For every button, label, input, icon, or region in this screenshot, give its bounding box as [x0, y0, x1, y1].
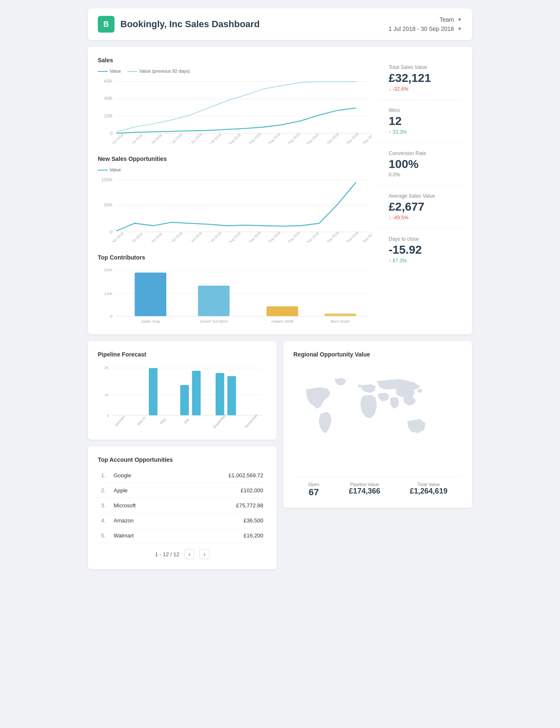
legend-value: Value: [109, 69, 121, 74]
svg-text:0: 0: [110, 131, 112, 136]
svg-text:May: May: [159, 417, 167, 425]
new-sales-svg: 100K 50K 0 5 Jun 2018 2 Jul 2018 9 Jul 2…: [98, 176, 372, 242]
svg-text:10K: 10K: [104, 291, 112, 296]
days-close-kpi: Days to close -15.92 ↑ 87.3%: [379, 229, 462, 271]
team-dropdown-arrow: ▼: [457, 17, 462, 23]
date-dropdown[interactable]: 1 Jul 2018 - 30 Sep 2018 ▼: [389, 25, 462, 32]
top-accounts-title: Top Account Opportunities: [98, 456, 267, 463]
svg-rect-48: [135, 272, 166, 316]
wins-value: 12: [389, 115, 452, 128]
next-page-button[interactable]: ›: [199, 549, 209, 559]
svg-text:23 Jul 2018: 23 Jul 2018: [186, 132, 203, 144]
rank-cell: 5.: [98, 528, 110, 543]
svg-text:16 Jul 2018: 16 Jul 2018: [167, 231, 183, 242]
conversion-change: 0.0%: [389, 172, 452, 178]
svg-text:17 Sep 2018: 17 Sep 2018: [341, 231, 359, 242]
svg-text:20 Aug 2018: 20 Aug 2018: [264, 231, 282, 242]
table-row: 5. Walmart £16,200: [98, 528, 267, 543]
rank-cell: 2.: [98, 483, 110, 498]
kpi-column: Total Sales Value £32,121 ↓ -32.6% Wins …: [379, 57, 462, 324]
table-row: 2. Apple £102,000: [98, 483, 267, 498]
value-cell: £102,000: [174, 483, 267, 498]
header-right: Team ▼ 1 Jul 2018 - 30 Sep 2018 ▼: [389, 16, 462, 32]
svg-text:60K: 60K: [104, 79, 113, 83]
prev-page-button[interactable]: ‹: [184, 549, 194, 559]
svg-rect-65: [216, 373, 224, 415]
wins-kpi: Wins 12 ↑ 33.3%: [379, 100, 462, 143]
table-row: 1. Google £1,002,569.72: [98, 468, 267, 483]
svg-text:100K: 100K: [102, 177, 113, 182]
svg-text:16 Jul 2018: 16 Jul 2018: [167, 132, 183, 144]
top-contributors-chart: 20K 10K 0: [98, 266, 372, 324]
svg-text:0: 0: [110, 230, 112, 234]
new-sales-legend-value: Value: [109, 167, 121, 172]
svg-text:10 Sep 2018: 10 Sep 2018: [322, 231, 340, 242]
name-cell: Amazon: [110, 513, 174, 528]
rank-cell: 4.: [98, 513, 110, 528]
charts-column: Sales Value Value (previous 92 days) 60K…: [98, 57, 372, 324]
svg-text:30 Jul 2018: 30 Jul 2018: [206, 132, 222, 144]
pipeline-stat: Pipeline Value £174,366: [349, 482, 380, 498]
avg-sales-label: Average Sales Value: [389, 193, 452, 199]
header-card: B Bookingly, Inc Sales Dashboard Team ▼ …: [88, 8, 472, 40]
page-title: Bookingly, Inc Sales Dashboard: [120, 19, 260, 30]
svg-text:9 Jul 2018: 9 Jul 2018: [148, 232, 163, 242]
svg-text:Adam Wilk: Adam Wilk: [271, 319, 294, 323]
value-cell: £75,772.88: [174, 498, 267, 513]
pipeline-chart: 2K 1K 0: [98, 363, 267, 430]
conversion-label: Conversion Rate: [389, 150, 452, 156]
regional-card: Regional Opportunity Value: [283, 341, 472, 508]
new-sales-title: New Sales Opportunities: [98, 155, 372, 162]
team-label: Team: [440, 16, 454, 23]
svg-text:6 Aug 2018: 6 Aug 2018: [225, 132, 242, 144]
svg-text:10 Sep 2018: 10 Sep 2018: [322, 132, 340, 144]
svg-text:17 Sep 2018: 17 Sep 2018: [341, 132, 359, 144]
name-cell: Apple: [110, 483, 174, 498]
svg-text:1K: 1K: [104, 393, 109, 397]
svg-text:Josef Szotten: Josef Szotten: [199, 319, 228, 323]
sales-legend: Value Value (previous 92 days): [98, 69, 372, 74]
svg-text:23 Jul 2018: 23 Jul 2018: [186, 231, 203, 242]
svg-text:2 Jul 2018: 2 Jul 2018: [128, 133, 143, 144]
pipeline-svg: 2K 1K 0: [98, 363, 267, 430]
top-accounts-card: Top Account Opportunities 1. Google £1,0…: [88, 446, 277, 569]
open-label: Open: [308, 482, 319, 487]
sales-chart-svg: 60K 40K 20K 0: [98, 77, 372, 144]
table-row: 3. Microsoft £75,772.88: [98, 498, 267, 513]
svg-text:2K: 2K: [104, 365, 109, 370]
svg-text:March: March: [136, 415, 146, 426]
svg-text:30 Jul 2018: 30 Jul 2018: [206, 231, 222, 242]
svg-rect-49: [198, 285, 230, 316]
contributors-svg: 20K 10K 0: [98, 266, 372, 324]
main-content-card: Sales Value Value (previous 92 days) 60K…: [88, 47, 472, 334]
pipeline-title: Pipeline Forecast: [98, 351, 267, 358]
svg-text:20 Aug 2018: 20 Aug 2018: [264, 132, 282, 144]
avg-sales-change: ↓ -49.5%: [389, 215, 452, 221]
svg-text:20K: 20K: [104, 114, 113, 118]
svg-text:9 Jul 2018: 9 Jul 2018: [148, 133, 163, 144]
avg-sales-kpi: Average Sales Value £2,677 ↓ -49.5%: [379, 186, 462, 229]
svg-text:6 Aug 2018: 6 Aug 2018: [225, 231, 242, 242]
rank-cell: 3.: [98, 498, 110, 513]
total-value: £1,264,619: [410, 487, 448, 496]
pipeline-forecast-card: Pipeline Forecast 2K 1K 0: [88, 341, 277, 440]
total-sales-label: Total Sales Value: [389, 64, 452, 70]
svg-text:24 Sep 2018: 24 Sep 2018: [358, 231, 372, 242]
bottom-section: Pipeline Forecast 2K 1K 0: [88, 341, 472, 576]
pipeline-value-label: Pipeline Value: [349, 482, 380, 487]
new-sales-chart-area: 100K 50K 0 5 Jun 2018 2 Jul 2018 9 Jul 2…: [98, 176, 372, 242]
date-dropdown-arrow: ▼: [457, 26, 462, 32]
svg-rect-64: [192, 371, 201, 415]
team-dropdown[interactable]: Team ▼: [440, 16, 462, 23]
days-close-label: Days to close: [389, 236, 452, 242]
svg-text:2 Jul 2018: 2 Jul 2018: [128, 232, 143, 242]
pagination-text: 1 - 12 / 12: [155, 551, 180, 557]
svg-text:Jade Say: Jade Say: [140, 319, 160, 323]
header-left: B Bookingly, Inc Sales Dashboard: [98, 16, 260, 33]
top-contributors-title: Top Contributors: [98, 254, 372, 261]
rank-cell: 1.: [98, 468, 110, 483]
date-range-label: 1 Jul 2018 - 30 Sep 2018: [389, 25, 454, 32]
world-map: [293, 363, 462, 471]
regional-stats: Open 67 Pipeline Value £174,366 Total Va…: [293, 476, 462, 498]
logo-letter: B: [104, 20, 109, 29]
